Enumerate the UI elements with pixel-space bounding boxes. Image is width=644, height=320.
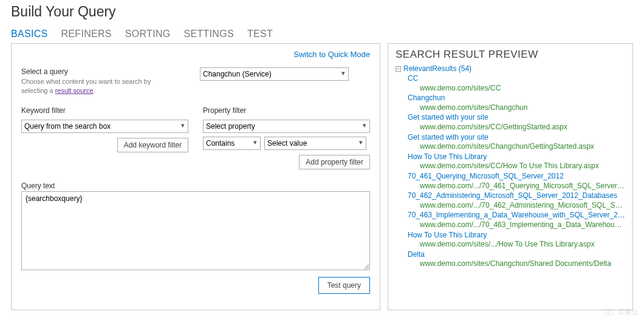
result-url[interactable]: www.demo.com/.../70_462_Administering_Mi… [420, 201, 625, 211]
dialog-title: Build Your Query [11, 0, 633, 29]
add-keyword-filter-button[interactable]: Add keyword filter [117, 138, 188, 152]
select-query-desc: Choose what content you want to search b… [21, 77, 167, 95]
result-title[interactable]: CC [408, 74, 625, 84]
switch-quick-mode-link[interactable]: Switch to Quick Mode [21, 50, 370, 59]
result-url[interactable]: www.demo.com/sites/.../How To Use This L… [420, 240, 625, 250]
tab-settings[interactable]: SETTINGS [184, 29, 234, 39]
query-text-input[interactable] [21, 191, 370, 270]
result-url[interactable]: www.demo.com/sites/CC/How To Use This Li… [420, 162, 625, 171]
preview-title: SEARCH RESULT PREVIEW [396, 49, 625, 61]
select-query-dropdown[interactable]: Changchun (Service) [200, 67, 349, 81]
result-url[interactable]: www.demo.com/.../70_461_Querying_Microso… [420, 182, 625, 191]
watermark-logo-icon [602, 308, 615, 316]
watermark-text: 亿速云 [618, 307, 638, 316]
result-item: Changchunwww.demo.com/sites/Changchun [408, 94, 625, 112]
result-item: Get started with your sitewww.demo.com/s… [408, 133, 625, 152]
query-text-label: Query text [21, 182, 370, 190]
result-title[interactable]: 70_462_Administering_Microsoft_SQL_Serve… [408, 191, 625, 201]
search-result-preview-panel: SEARCH RESULT PREVIEW −RelevantResults (… [388, 43, 633, 310]
basics-panel: Switch to Quick Mode Select a query Choo… [11, 43, 380, 310]
relevant-results-node[interactable]: RelevantResults (54) [403, 64, 471, 73]
tab-basics[interactable]: BASICS [11, 29, 48, 39]
result-url[interactable]: www.demo.com/sites/Changchun/Shared Docu… [420, 259, 625, 269]
result-list: CCwww.demo.com/sites/CCChangchunwww.demo… [408, 74, 625, 269]
result-item: Deltawww.demo.com/sites/Changchun/Shared… [408, 250, 625, 269]
result-item: 70_463_Implementing_a_Data_Warehouse_wit… [408, 211, 625, 230]
keyword-filter-label: Keyword filter [21, 106, 188, 115]
property-filter-label: Property filter [203, 106, 370, 115]
tree-collapse-icon[interactable]: − [396, 66, 401, 72]
result-source-link[interactable]: result source [55, 87, 94, 94]
result-url[interactable]: www.demo.com/sites/CC/GettingStarted.asp… [420, 123, 625, 132]
tab-sorting[interactable]: SORTING [125, 29, 171, 39]
result-title[interactable]: Get started with your site [408, 113, 625, 123]
result-title[interactable]: Get started with your site [408, 133, 625, 143]
watermark: 亿速云 [602, 307, 638, 316]
tab-bar: BASICS REFINERS SORTING SETTINGS TEST [11, 29, 633, 39]
test-query-button[interactable]: Test query [318, 277, 370, 294]
result-item: Get started with your sitewww.demo.com/s… [408, 113, 625, 132]
select-query-label: Select a query [21, 67, 185, 76]
result-title[interactable]: 70_463_Implementing_a_Data_Warehouse_wit… [408, 211, 625, 220]
result-title[interactable]: 70_461_Querying_Microsoft_SQL_Server_201… [408, 172, 625, 182]
result-item: 70_462_Administering_Microsoft_SQL_Serve… [408, 191, 625, 210]
result-title[interactable]: Delta [408, 250, 625, 260]
result-title[interactable]: How To Use This Library [408, 152, 625, 162]
svg-point-1 [608, 309, 614, 315]
select-query-desc-suffix: . [94, 87, 95, 94]
result-url[interactable]: www.demo.com/sites/Changchun [420, 103, 625, 113]
property-filter-property-dropdown[interactable]: Select property [203, 120, 370, 133]
result-url[interactable]: www.demo.com/sites/Changchun/GettingStar… [420, 142, 625, 152]
result-item: How To Use This Librarywww.demo.com/site… [408, 231, 625, 250]
result-url[interactable]: www.demo.com/sites/CC [420, 84, 625, 94]
result-title[interactable]: How To Use This Library [408, 231, 625, 240]
result-title[interactable]: Changchun [408, 94, 625, 103]
add-property-filter-button[interactable]: Add property filter [299, 155, 370, 169]
property-filter-operator-dropdown[interactable]: Contains [203, 137, 261, 150]
property-filter-value-dropdown[interactable]: Select value [264, 137, 366, 150]
keyword-filter-dropdown[interactable]: Query from the search box [21, 120, 188, 133]
result-item: 70_461_Querying_Microsoft_SQL_Server_201… [408, 172, 625, 191]
tab-refiners[interactable]: REFINERS [61, 29, 112, 39]
result-item: CCwww.demo.com/sites/CC [408, 74, 625, 93]
tab-test[interactable]: TEST [247, 29, 273, 39]
result-url[interactable]: www.demo.com/.../70_463_Implementing_a_D… [420, 220, 625, 230]
result-item: How To Use This Librarywww.demo.com/site… [408, 152, 625, 171]
